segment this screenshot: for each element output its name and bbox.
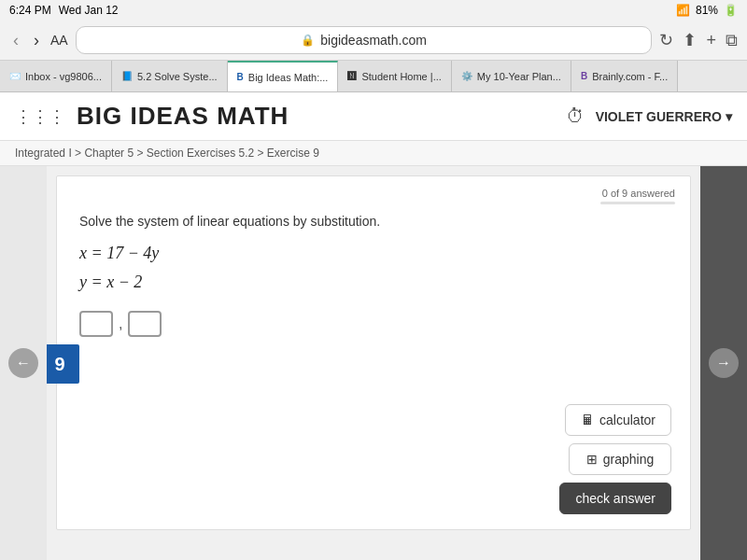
- app-header: ⋮⋮⋮ BIG IDEAS MATH ⏱ VIOLET GUERRERO ▾: [0, 92, 747, 141]
- check-answer-label: check answer: [575, 491, 655, 506]
- equation-1: x = 17 − 4y: [79, 244, 668, 263]
- content-area: 0 of 9 answered 9 Solve the system of li…: [47, 166, 700, 560]
- tab-inbox[interactable]: ✉️ Inbox - vg9806...: [0, 61, 112, 91]
- graphing-button[interactable]: ⊞ graphing: [569, 443, 671, 475]
- breadcrumb-text: Integrated I > Chapter 5 > Section Exerc…: [15, 147, 319, 160]
- progress-area: 0 of 9 answered: [600, 188, 675, 204]
- chevron-down-icon: ▾: [726, 109, 732, 124]
- check-answer-button[interactable]: check answer: [559, 483, 671, 514]
- timer-icon[interactable]: ⏱: [566, 105, 585, 127]
- date: Wed Jan 12: [59, 4, 119, 17]
- forward-button[interactable]: ›: [30, 31, 43, 50]
- right-sidebar: →: [700, 166, 747, 560]
- tab-plan-label: My 10-Year Plan...: [477, 71, 561, 82]
- equation-2: y = x − 2: [79, 273, 668, 292]
- graph-icon: ⊞: [586, 452, 598, 467]
- status-bar: 6:24 PM Wed Jan 12 📶 81% 🔋: [0, 0, 747, 21]
- tab-student-favicon: 🅽: [347, 71, 357, 81]
- answer-box-1[interactable]: [79, 311, 113, 337]
- tabs-button[interactable]: ⧉: [726, 31, 738, 50]
- url-text: bigideasmath.com: [320, 33, 427, 48]
- reader-button[interactable]: AA: [50, 33, 68, 48]
- tab-student-label: Student Home |...: [361, 71, 441, 82]
- header-left: ⋮⋮⋮ BIG IDEAS MATH: [15, 102, 289, 131]
- lock-icon: 🔒: [301, 34, 315, 47]
- exercise-badge: 9: [47, 344, 79, 384]
- left-sidebar: ←: [0, 166, 47, 560]
- prev-exercise-button[interactable]: ←: [8, 348, 38, 378]
- address-bar[interactable]: 🔒 bigideasmath.com: [76, 26, 653, 54]
- tab-brainly-label: Brainly.com - F...: [592, 71, 668, 82]
- tab-student[interactable]: 🅽 Student Home |...: [338, 61, 451, 91]
- user-name[interactable]: VIOLET GUERRERO ▾: [596, 109, 732, 124]
- app-logo: BIG IDEAS MATH: [77, 102, 289, 131]
- tab-inbox-favicon: ✉️: [9, 71, 21, 81]
- content-card: 0 of 9 answered 9 Solve the system of li…: [56, 175, 691, 530]
- tab-5-2-favicon: 📘: [121, 71, 133, 81]
- main-area: ← 0 of 9 answered 9 Solve the system of …: [0, 166, 747, 560]
- tabs-bar: ✉️ Inbox - vg9806... 📘 5.2 Solve Syste..…: [0, 61, 747, 92]
- breadcrumb: Integrated I > Chapter 5 > Section Exerc…: [0, 141, 747, 166]
- grid-icon[interactable]: ⋮⋮⋮: [15, 106, 65, 127]
- left-arrow-icon: ←: [16, 355, 31, 371]
- browser-chrome: ‹ › AA 🔒 bigideasmath.com ↻ ⬆ + ⧉: [0, 21, 747, 61]
- new-tab-button[interactable]: +: [706, 31, 716, 50]
- status-left: 6:24 PM Wed Jan 12: [9, 4, 119, 17]
- answer-boxes: ,: [79, 311, 668, 337]
- problem-instruction: Solve the system of linear equations by …: [79, 214, 668, 229]
- answer-separator: ,: [119, 315, 122, 332]
- progress-bar: [600, 202, 675, 204]
- status-right: 📶 81% 🔋: [676, 4, 738, 17]
- tab-plan-favicon: ⚙️: [461, 71, 472, 81]
- right-arrow-icon: →: [716, 355, 731, 371]
- tab-inbox-label: Inbox - vg9806...: [25, 71, 102, 82]
- calculator-button[interactable]: 🖩 calculator: [565, 404, 671, 436]
- tab-5-2-label: 5.2 Solve Syste...: [137, 71, 218, 82]
- next-exercise-button[interactable]: →: [709, 348, 739, 378]
- graphing-label: graphing: [603, 452, 655, 467]
- answer-box-2[interactable]: [128, 311, 162, 337]
- reload-button[interactable]: ↻: [659, 30, 673, 50]
- browser-actions: ↻ ⬆ + ⧉: [659, 30, 738, 50]
- tab-plan[interactable]: ⚙️ My 10-Year Plan...: [452, 61, 571, 91]
- share-button[interactable]: ⬆: [683, 30, 697, 50]
- back-button[interactable]: ‹: [9, 31, 22, 50]
- action-buttons: 🖩 calculator ⊞ graphing check answer: [559, 404, 671, 514]
- battery-level: 81%: [696, 4, 718, 17]
- calculator-icon: 🖩: [581, 413, 594, 427]
- tab-bigideas-favicon: B: [237, 72, 244, 82]
- tab-brainly-favicon: B: [581, 71, 587, 81]
- calculator-label: calculator: [599, 413, 655, 427]
- exercise-number: 9: [54, 354, 64, 375]
- wifi-icon: 📶: [676, 4, 690, 17]
- time: 6:24 PM: [9, 4, 51, 17]
- tab-5-2[interactable]: 📘 5.2 Solve Syste...: [112, 61, 228, 91]
- tab-brainly[interactable]: B Brainly.com - F...: [571, 61, 678, 91]
- tab-bigideas-label: Big Ideas Math:...: [248, 72, 329, 83]
- progress-text: 0 of 9 answered: [600, 188, 675, 199]
- battery-icon: 🔋: [724, 4, 738, 17]
- header-right: ⏱ VIOLET GUERRERO ▾: [566, 105, 732, 127]
- tab-bigideas[interactable]: B Big Ideas Math:...: [228, 61, 339, 91]
